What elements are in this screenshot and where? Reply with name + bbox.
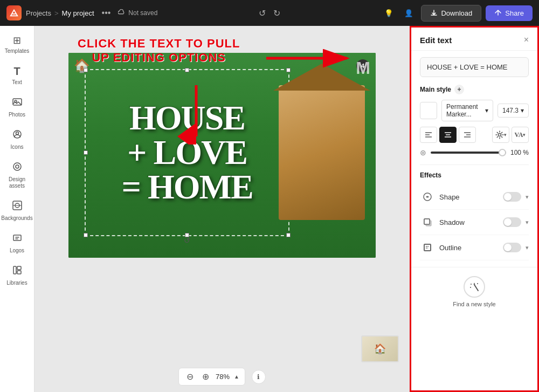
font-row: Permanent Marker... ▾ 147.3 ▾ [420, 100, 529, 121]
svg-point-34 [470, 287, 471, 288]
main-style-section-title: Main style + [420, 85, 529, 94]
opacity-icon: ⊛ [420, 148, 426, 157]
libraries-icon [12, 265, 23, 278]
download-button[interactable]: Download [421, 5, 481, 22]
shadow-toggle-thumb [504, 218, 512, 226]
font-size-control[interactable]: 147.3 ▾ [497, 104, 529, 118]
user-button[interactable]: 👤 [401, 6, 417, 20]
effects-title: Effects [420, 171, 529, 179]
photos-icon [12, 97, 23, 110]
handle-tl[interactable] [84, 68, 88, 72]
arrow-right-svg [261, 42, 358, 74]
svg-point-4 [13, 163, 21, 170]
opacity-slider-thumb[interactable] [499, 149, 506, 156]
align-left-button[interactable] [420, 127, 437, 143]
logos-icon [12, 232, 23, 246]
redo-button[interactable]: ↻ [271, 6, 282, 20]
zoom-controls: ⊖ ⊕ 78% ▲ [178, 368, 245, 386]
sidebar-item-backgrounds[interactable]: Backgrounds [2, 196, 32, 226]
share-button[interactable]: Share [486, 5, 533, 21]
breadcrumb-current[interactable]: My project [62, 9, 94, 17]
svg-rect-28 [424, 219, 430, 224]
shadow-effect-icon [420, 215, 435, 230]
canvas-wrapper[interactable]: 🏠 HOUSE + LOVE = HOME [68, 53, 376, 258]
sidebar-item-templates[interactable]: ⊞ Templates [2, 30, 32, 59]
undo-redo: ↺ ↻ [257, 6, 282, 20]
canvas-image[interactable]: 🏠 HOUSE + LOVE = HOME [68, 53, 376, 258]
outline-effect-row: Outline ▾ [420, 235, 529, 260]
bottom-bar: ⊖ ⊕ 78% ▲ ℹ [34, 368, 410, 386]
sidebar-item-logos[interactable]: Logos [2, 228, 32, 258]
panel-header: Edit text × [411, 27, 537, 51]
wooden-house-decoration [279, 85, 365, 220]
opacity-slider[interactable] [431, 152, 506, 154]
edit-text-panel: Edit text × HOUSE + LOVE = HOME Main sty… [410, 26, 539, 392]
outline-chevron[interactable]: ▾ [526, 244, 529, 251]
shadow-effect-row: Shadow ▾ [420, 210, 529, 235]
panel-content: HOUSE + LOVE = HOME Main style + Permane… [411, 51, 537, 267]
instruction-line1: CLICK THE TEXT TO PULL [78, 37, 240, 51]
text-style-button[interactable]: VA ▾ [512, 127, 529, 143]
svg-point-24 [498, 134, 501, 136]
sidebar-item-libraries[interactable]: Libraries [2, 260, 32, 291]
shape-toggle[interactable] [503, 192, 521, 202]
outline-toggle[interactable] [503, 243, 521, 252]
rotate-handle[interactable]: ↺ [182, 235, 192, 246]
svg-rect-11 [17, 266, 21, 270]
svg-point-5 [16, 165, 19, 168]
panel-close-button[interactable]: × [524, 35, 529, 45]
handle-bl[interactable] [84, 233, 88, 237]
zoom-out-button[interactable]: ⊖ [184, 370, 196, 383]
templates-label: Templates [5, 48, 30, 54]
sidebar-item-text[interactable]: T Text [2, 61, 32, 90]
shape-chevron[interactable]: ▾ [526, 194, 529, 201]
handle-tm[interactable] [185, 68, 189, 72]
zoom-in-button[interactable]: ⊕ [200, 370, 211, 383]
info-button[interactable]: ℹ [252, 370, 266, 384]
thumbnail-item[interactable]: 🏠 [361, 335, 399, 362]
shape-toggle-thumb [504, 193, 512, 201]
panel-title: Edit text [420, 36, 452, 45]
idea-button[interactable]: 💡 [381, 6, 397, 20]
breadcrumb-projects[interactable]: Projects [26, 9, 51, 17]
sidebar-item-design-assets[interactable]: Design assets [2, 157, 32, 194]
outline-effect-label: Outline [439, 244, 499, 252]
handle-ml[interactable] [84, 150, 88, 155]
shadow-toggle[interactable] [503, 217, 521, 227]
design-assets-label: Design assets [5, 176, 29, 189]
svg-point-3 [16, 132, 18, 135]
sidebar-item-photos[interactable]: Photos [2, 92, 32, 122]
opacity-row: ⊛ 100 % [420, 148, 529, 157]
align-right-button[interactable] [459, 127, 476, 143]
align-right-icon [464, 132, 471, 138]
find-new-style[interactable]: Find a new style [411, 267, 537, 316]
svg-rect-9 [13, 235, 21, 240]
sidebar-item-icons[interactable]: Icons [2, 125, 32, 155]
icons-icon [12, 129, 23, 142]
find-style-label: Find a new style [453, 301, 495, 307]
canvas-area[interactable]: CLICK THE TEXT TO PULL UP EDITING OPTION… [34, 26, 410, 392]
text-effects-button[interactable]: ▾ [492, 127, 509, 143]
zoom-chevron[interactable]: ▲ [234, 374, 239, 380]
instruction-line2: UP EDITING OPTIONS [78, 51, 240, 65]
shadow-chevron[interactable]: ▾ [526, 219, 529, 226]
font-select[interactable]: Permanent Marker... ▾ [441, 100, 493, 121]
outline-effect-icon [420, 240, 435, 255]
text-preview[interactable]: HOUSE + LOVE = HOME [420, 57, 529, 77]
main-layout: ⊞ Templates T Text Photos Icons Design a… [0, 26, 539, 392]
color-swatch[interactable] [420, 102, 437, 119]
align-center-button[interactable] [439, 127, 457, 143]
backgrounds-icon [12, 200, 23, 214]
svg-rect-12 [17, 271, 21, 274]
svg-line-32 [474, 285, 478, 291]
text-icon: T [13, 65, 20, 78]
shape-effect-label: Shape [439, 193, 499, 201]
download-icon [430, 9, 438, 17]
undo-button[interactable]: ↺ [257, 6, 268, 20]
add-style-button[interactable]: + [454, 85, 464, 94]
libraries-label: Libraries [6, 280, 27, 286]
design-assets-icon [12, 161, 23, 175]
topbar: Projects > My project ••• Not saved ↺ ↻ … [0, 0, 539, 26]
handle-br[interactable] [286, 233, 291, 237]
more-button[interactable]: ••• [99, 7, 114, 19]
